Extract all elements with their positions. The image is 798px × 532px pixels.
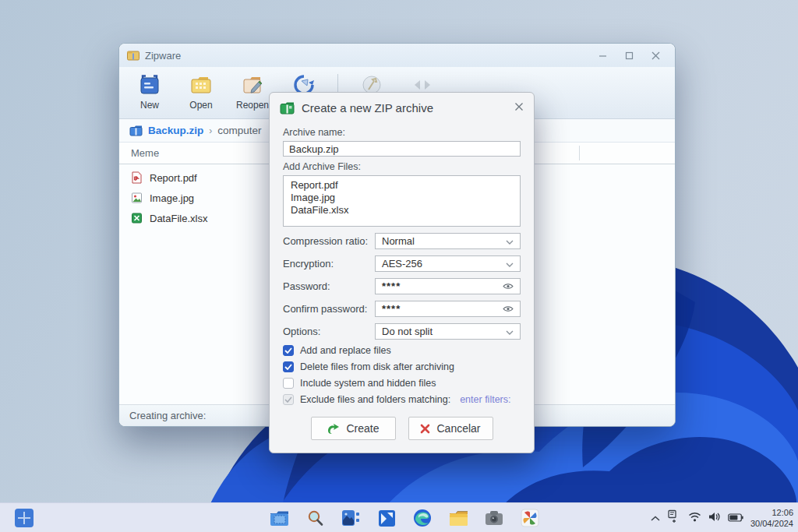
folder-button[interactable] — [448, 508, 468, 528]
checkbox-exclude-matching[interactable]: Exclude files and folders matching: ente… — [283, 394, 521, 405]
forward-icon — [425, 80, 430, 90]
compression-label: Compression ratio: — [283, 235, 375, 247]
clock[interactable]: 12:06 30/04/2024 — [750, 507, 793, 530]
image-file-icon — [131, 192, 143, 204]
confirm-password-label: Confirm password: — [283, 303, 375, 315]
password-input[interactable]: **** — [375, 278, 521, 294]
edge-browser-icon — [413, 509, 432, 527]
camera-app-button[interactable] — [484, 508, 504, 528]
options-label: Options: — [283, 326, 375, 337]
media-app-button[interactable] — [376, 508, 397, 528]
checkbox-include-system[interactable]: Include system and hidden files — [283, 378, 521, 389]
photos-app-button[interactable] — [520, 508, 540, 528]
excel-file-icon — [131, 212, 143, 224]
file-explorer-icon — [270, 510, 289, 527]
camera-icon — [485, 510, 503, 526]
cancel-button[interactable]: Cancelar — [408, 417, 493, 440]
archive-name-input[interactable]: Backup.zip — [283, 141, 521, 157]
widgets-button[interactable] — [341, 508, 361, 528]
chevron-down-icon — [506, 235, 514, 247]
desktop: Zipware — [0, 0, 798, 532]
reopen-archive-icon — [241, 72, 264, 97]
open-archive-button[interactable]: Open — [182, 72, 221, 111]
new-label: New — [140, 100, 159, 111]
add-files-item: Report.pdf — [291, 179, 513, 192]
taskbar: 12:06 30/04/2024 — [0, 502, 798, 532]
password-label: Password: — [283, 280, 375, 292]
new-archive-button[interactable]: New — [130, 72, 169, 111]
clock-date: 30/04/2024 — [750, 518, 793, 529]
show-password-icon[interactable] — [503, 283, 514, 290]
clock-time: 12:06 — [750, 507, 793, 518]
add-files-list[interactable]: Report.pdf Image.jpg DataFile.xlsx — [283, 175, 521, 227]
edge-browser-button[interactable] — [412, 508, 433, 528]
dialog-close-icon[interactable] — [514, 102, 524, 114]
battery-icon[interactable] — [728, 511, 743, 525]
create-zip-dialog: Create a new ZIP archive Archive name: B… — [269, 92, 535, 453]
file-explorer-button[interactable] — [269, 508, 289, 528]
close-button[interactable] — [644, 47, 667, 64]
media-app-icon — [378, 509, 396, 527]
compression-select[interactable]: Normal — [375, 233, 521, 249]
encryption-label: Encryption: — [283, 258, 375, 270]
widgets-icon — [341, 509, 360, 527]
create-button[interactable]: Create — [311, 417, 396, 440]
cancel-icon — [420, 424, 430, 434]
reopen-archive-button[interactable]: Reopen — [233, 72, 272, 111]
breadcrumb-archive[interactable]: Backup.zip — [148, 125, 203, 136]
maximize-button[interactable] — [617, 47, 641, 64]
back-icon — [415, 80, 420, 90]
new-archive-icon — [138, 72, 161, 97]
add-files-label: Add Archive Files: — [283, 161, 521, 172]
add-files-item: DataFile.xlsx — [291, 204, 513, 217]
window-titlebar[interactable]: Zipware — [119, 44, 675, 67]
checkbox-add-replace[interactable]: Add and replace files — [283, 345, 521, 356]
start-button[interactable] — [14, 508, 34, 528]
volume-icon[interactable] — [708, 511, 721, 525]
confirm-password-input[interactable]: **** — [375, 301, 521, 317]
options-select[interactable]: Do not split — [375, 323, 521, 340]
start-icon — [14, 508, 34, 528]
zip-file-icon — [129, 125, 143, 136]
file-name: DataFile.xlsx — [150, 213, 207, 224]
dialog-titlebar[interactable]: Create a new ZIP archive — [270, 93, 534, 122]
tray-chevron-up-icon[interactable] — [651, 511, 660, 525]
folder-icon — [449, 510, 468, 527]
open-archive-icon — [189, 72, 213, 97]
archive-name-label: Archive name: — [283, 127, 521, 138]
window-title: Zipware — [145, 50, 591, 62]
checkbox-disabled-icon — [283, 394, 294, 405]
breadcrumb-location[interactable]: computer — [217, 125, 261, 136]
dialog-title: Create a new ZIP archive — [302, 101, 507, 115]
open-label: Open — [189, 100, 212, 111]
app-icon — [127, 50, 139, 61]
checkbox-delete-after[interactable]: Delete files from disk after archiving — [283, 361, 521, 372]
checkbox-unchecked-icon — [283, 378, 294, 389]
chevron-down-icon — [506, 258, 514, 270]
file-name: Image.jpg — [150, 192, 194, 204]
minimize-button[interactable] — [591, 47, 614, 64]
enter-filters-link[interactable]: enter filters: — [460, 394, 510, 405]
search-icon — [306, 509, 324, 527]
checkbox-checked-icon — [283, 345, 294, 356]
breadcrumb-chevron: › — [209, 125, 212, 136]
wifi-icon[interactable] — [688, 511, 701, 525]
pdf-file-icon — [131, 171, 143, 184]
dialog-zip-icon — [280, 101, 295, 115]
reopen-label: Reopen — [236, 100, 269, 111]
ime-indicator-icon[interactable] — [667, 509, 681, 527]
show-password-icon[interactable] — [503, 305, 514, 312]
file-name: Report.pdf — [150, 172, 197, 184]
checkbox-checked-icon — [283, 361, 294, 372]
add-files-item: Image.jpg — [291, 192, 513, 204]
encryption-select[interactable]: AES-256 — [375, 255, 521, 272]
search-button[interactable] — [305, 508, 325, 528]
create-icon — [327, 423, 340, 435]
status-text: Creating archive: — [129, 410, 206, 421]
photos-app-icon — [521, 509, 539, 527]
chevron-down-icon — [506, 326, 514, 337]
